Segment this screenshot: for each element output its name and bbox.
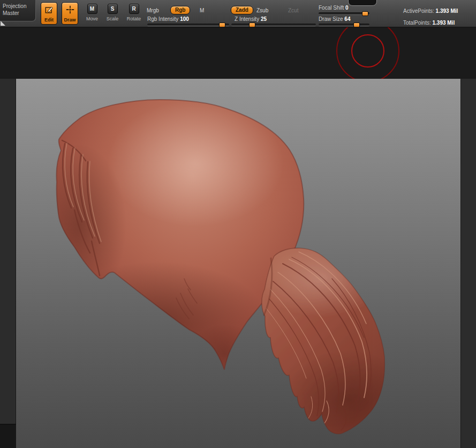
draw-size-track[interactable] [319,24,369,26]
document-canvas[interactable] [16,79,460,448]
active-points-value: 1.393 Mil [436,8,458,14]
zsub-button[interactable]: Zsub [256,8,268,13]
rotate-button[interactable]: R Rotate [126,4,142,21]
top-shelf: Projection Master Edit Draw M Move S Sca… [0,0,476,27]
z-intensity-label: Z Intensity 25 [231,16,316,22]
draw-size-label: Draw Size 64 [319,16,369,22]
rgb-button[interactable]: Rgb [170,6,190,14]
rgb-intensity-label: Rgb Intensity 100 [147,16,229,22]
focal-shift-value: 0 [345,5,349,11]
document-top-margin [0,27,476,79]
edit-icon [44,5,54,14]
z-intensity-track[interactable] [231,24,316,26]
move-button-label: Move [84,16,100,21]
right-tray[interactable] [460,79,476,448]
zadd-button[interactable]: Zadd [231,6,253,14]
z-intensity-slider[interactable]: Z Intensity 25 [231,16,316,26]
point-counters: ActivePoints: 1.393 Mil TotalPoints: 1.3… [403,5,458,29]
left-tray-footer [0,424,16,448]
draw-button[interactable]: Draw [62,2,78,25]
left-tray[interactable] [0,79,16,448]
workspace [0,79,476,448]
draw-size-handle[interactable] [353,23,360,27]
shelf-resize-handle[interactable] [1,21,5,26]
scale-button-label: Scale [104,16,120,21]
brush-cursor-rings [0,27,476,79]
z-intensity-handle[interactable] [249,23,255,27]
mrgb-button[interactable]: Mrgb [147,8,159,13]
draw-icon [65,5,75,14]
draw-size-value: 64 [344,16,350,22]
total-points-value: 1.393 Mil [432,20,455,26]
rotate-button-label: Rotate [126,16,142,21]
zcut-button: Zcut [288,8,298,13]
model-ponytail [260,240,415,448]
m-button[interactable]: M [200,8,204,13]
rgb-intensity-value: 100 [180,16,189,22]
focal-shift-handle[interactable] [362,11,368,16]
edit-button-label: Edit [44,17,54,23]
floating-widget-tab[interactable] [348,0,377,6]
draw-size-slider[interactable]: Draw Size 64 [319,16,369,26]
rotate-icon: R [129,4,139,14]
scale-button[interactable]: S Scale [104,4,120,21]
scale-icon: S [108,4,118,14]
active-points: ActivePoints: 1.393 Mil [403,5,458,17]
projection-master-button[interactable]: Projection Master [0,0,36,21]
model-body [32,100,304,383]
rgb-intensity-slider[interactable]: Rgb Intensity 100 [147,16,229,26]
rgb-intensity-track[interactable] [147,24,229,26]
rgb-intensity-handle[interactable] [219,23,225,27]
edit-button[interactable]: Edit [41,2,57,25]
zbrush-window: Projection Master Edit Draw M Move S Sca… [0,0,476,448]
draw-button-label: Draw [64,17,75,23]
total-points: TotalPoints: 1.393 Mil [403,17,458,29]
move-icon: M [87,4,97,14]
focal-shift-track[interactable] [319,12,369,15]
move-button[interactable]: M Move [84,4,100,21]
sculpt-model [16,79,460,448]
z-intensity-value: 25 [261,16,267,22]
focal-shift-slider[interactable]: Focal Shift 0 [319,5,369,15]
